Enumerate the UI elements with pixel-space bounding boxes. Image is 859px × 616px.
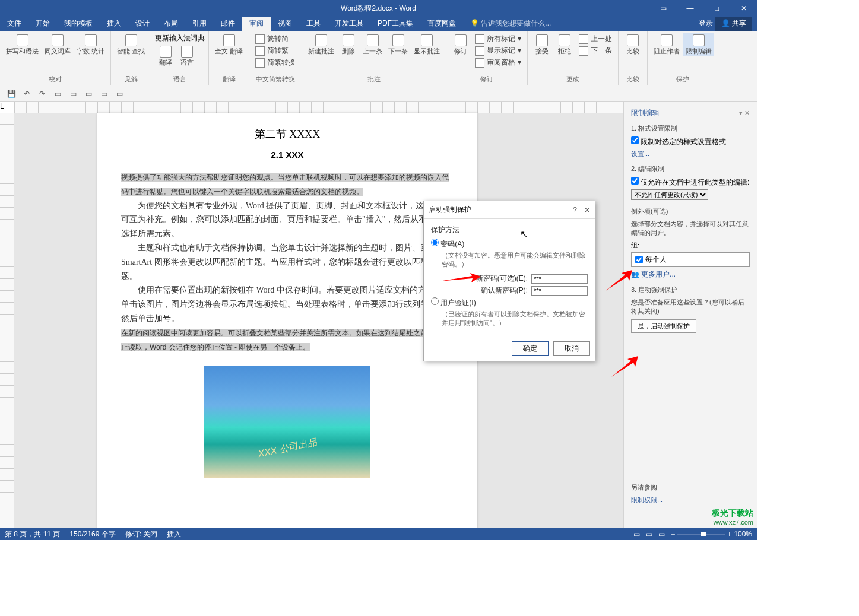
titlebar: Word教程2.docx - Word ▭ — □ ✕ (0, 0, 757, 17)
translate-button[interactable]: 翻译 (155, 45, 176, 68)
vertical-ruler[interactable] (0, 113, 14, 528)
view-read-icon[interactable]: ▭ (633, 530, 640, 538)
tab-home[interactable]: 开始 (28, 16, 57, 31)
minimize-icon[interactable]: — (677, 0, 703, 17)
prev-comment-button[interactable]: 上一条 (360, 33, 385, 56)
login-button[interactable]: 登录 (699, 18, 713, 28)
delete-comment-button[interactable]: 删除 (338, 33, 359, 56)
page-indicator[interactable]: 第 8 页，共 11 页 (5, 529, 60, 539)
confirm-password-input[interactable] (531, 286, 588, 296)
format-restrict-checkbox[interactable]: 限制对选定的样式设置格式 (631, 136, 750, 147)
redo-icon[interactable]: ↷ (36, 87, 49, 100)
word-count[interactable]: 150/2169 个字 (69, 529, 115, 539)
undo-icon[interactable]: ↶ (20, 87, 33, 100)
qat-icon[interactable]: ▭ (97, 87, 110, 100)
more-users-link[interactable]: 👥 更多用户... (631, 269, 750, 280)
tab-baidu[interactable]: 百度网盘 (420, 16, 463, 31)
settings-link[interactable]: 设置... (631, 150, 750, 158)
simp-trad-convert-button[interactable]: 简繁转换 (253, 57, 298, 68)
update-ime-button[interactable]: 更新输入法词典 (155, 33, 205, 43)
zoom-level[interactable]: 100% (734, 530, 752, 538)
user-auth-radio[interactable]: 用户验证(I) (431, 297, 588, 308)
restrict-permission-link[interactable]: 限制权限... (631, 496, 750, 504)
section-3-label: 3. 启动强制保护 (631, 285, 750, 294)
group-everyone[interactable]: 每个人 (631, 252, 750, 267)
track-changes-button[interactable]: 修订 (450, 33, 471, 56)
language-button[interactable]: 语言 (176, 45, 198, 68)
spelling-button[interactable]: 拼写和语法 (4, 33, 41, 56)
section-1-label: 1. 格式设置限制 (631, 124, 750, 133)
tab-layout[interactable]: 布局 (157, 16, 185, 31)
tab-references[interactable]: 引用 (185, 16, 214, 31)
zoom-in-icon[interactable]: + (727, 530, 731, 538)
view-print-icon[interactable]: ▭ (646, 530, 652, 538)
exceptions-label: 例外项(可选) (631, 207, 750, 216)
tab-pdf[interactable]: PDF工具集 (370, 16, 420, 31)
tab-tools[interactable]: 工具 (299, 16, 328, 31)
new-comment-button[interactable]: 新建批注 (306, 33, 337, 56)
show-comments-button[interactable]: 显示批注 (411, 33, 442, 56)
qat-icon[interactable]: ▭ (66, 87, 80, 100)
confirm-password-label: 确认新密码(P): (481, 285, 528, 296)
document-image: XXX 公司出品 (204, 366, 370, 478)
edit-restrict-checkbox[interactable]: 仅允许在文档中进行此类型的编辑: (631, 177, 750, 188)
tell-me[interactable]: 💡 告诉我您想要做什么... (468, 16, 553, 31)
tab-review[interactable]: 审阅 (242, 16, 271, 31)
cancel-button[interactable]: 取消 (553, 341, 590, 356)
thesaurus-button[interactable]: 同义词库 (42, 33, 73, 56)
next-comment-button[interactable]: 下一条 (386, 33, 410, 56)
pane-close-icon[interactable]: ▾ ✕ (739, 109, 750, 117)
tab-developer[interactable]: 开发工具 (328, 16, 370, 31)
next-change-button[interactable]: 下一条 (576, 45, 614, 56)
ribbon: 拼写和语法 同义词库 字数 统计 校对 智能 查找 见解 更新输入法词典 翻译 … (0, 31, 757, 85)
protect-method-label: 保护方法 (431, 225, 588, 235)
block-authors-button[interactable]: 阻止作者 (651, 33, 682, 56)
close-icon[interactable]: ✕ (730, 0, 757, 17)
full-translate-button[interactable]: 全文 翻译 (213, 33, 245, 56)
reject-button[interactable]: 拒绝 (554, 33, 575, 56)
password-radio[interactable]: 密码(A) (431, 239, 588, 249)
wordcount-button[interactable]: 字数 统计 (74, 33, 107, 56)
document-page[interactable]: 第二节 XXXX 2.1 XXX 视频提供了功能强大的方法帮助您证明您的观点。当… (97, 113, 477, 528)
qat-icon[interactable]: ▭ (51, 87, 64, 100)
track-status[interactable]: 修订: 关闭 (125, 529, 158, 539)
annotation-arrow (603, 270, 632, 291)
tab-design[interactable]: 设计 (128, 16, 157, 31)
new-password-input[interactable] (531, 274, 588, 284)
zoom-out-icon[interactable]: − (671, 530, 675, 538)
tab-templates[interactable]: 我的模板 (57, 16, 100, 31)
section-2-label: 2. 编辑限制 (631, 164, 750, 173)
heading-section: 第二节 XXXX (121, 127, 454, 141)
markup-dropdown[interactable]: 所有标记 ▾ (473, 33, 523, 45)
accept-button[interactable]: 接受 (531, 33, 553, 56)
simp-to-trad-button[interactable]: 简转繁 (253, 45, 298, 56)
qat-icon[interactable]: ▭ (113, 87, 126, 100)
ok-button[interactable]: 确定 (512, 341, 549, 356)
reviewing-pane-dropdown[interactable]: 审阅窗格 ▾ (473, 57, 523, 68)
para: 视频提供了功能强大的方法帮助您证明您的观点。当您单击联机视频时，可以在想要添加的… (121, 170, 454, 199)
insert-mode[interactable]: 插入 (167, 529, 181, 539)
dialog-titlebar[interactable]: 启动强制保护 ?✕ (424, 201, 595, 219)
ribbon-toggle-icon[interactable]: ▭ (650, 0, 677, 17)
start-enforce-button[interactable]: 是，启动强制保护 (631, 319, 696, 333)
zoom-slider[interactable] (677, 534, 725, 535)
qat-icon[interactable]: ▭ (82, 87, 95, 100)
dialog-close-icon[interactable]: ✕ (584, 206, 590, 214)
view-web-icon[interactable]: ▭ (658, 530, 665, 538)
zoom-control[interactable]: − + 100% (671, 530, 752, 538)
edit-type-select[interactable]: 不允许任何更改(只读) (631, 189, 708, 200)
share-button[interactable]: 👤 共享 (715, 16, 752, 31)
tab-file[interactable]: 文件 (0, 16, 28, 31)
prev-change-button[interactable]: 上一处 (576, 33, 614, 45)
help-icon[interactable]: ? (573, 206, 577, 214)
show-markup-dropdown[interactable]: 显示标记 ▾ (473, 45, 523, 56)
tab-mailings[interactable]: 邮件 (214, 16, 242, 31)
smartlookup-button[interactable]: 智能 查找 (115, 33, 147, 56)
maximize-icon[interactable]: □ (703, 0, 730, 17)
restrict-editing-button[interactable]: 限制编辑 (683, 33, 714, 56)
tab-insert[interactable]: 插入 (100, 16, 128, 31)
compare-button[interactable]: 比较 (622, 33, 644, 56)
trad-to-simp-button[interactable]: 繁转简 (253, 33, 298, 45)
save-icon[interactable]: 💾 (5, 87, 18, 100)
tab-view[interactable]: 视图 (271, 16, 299, 31)
